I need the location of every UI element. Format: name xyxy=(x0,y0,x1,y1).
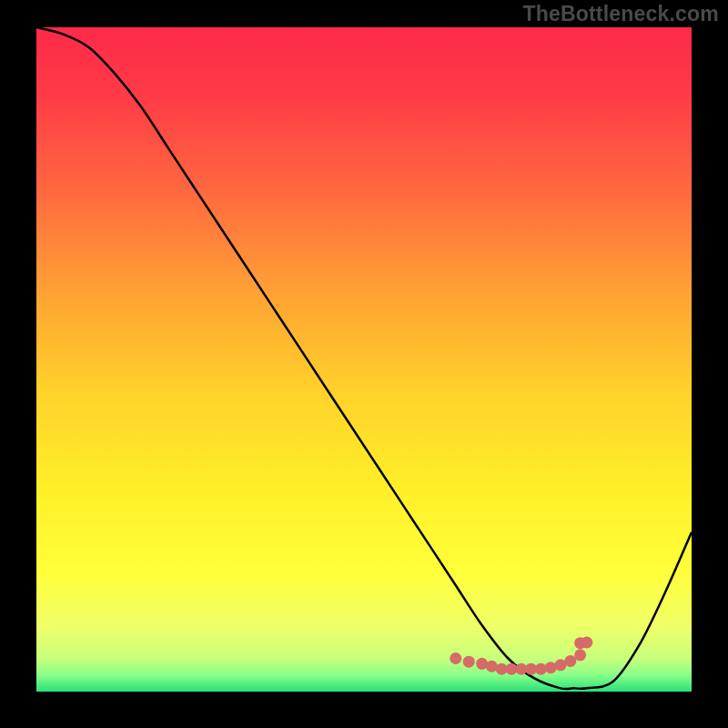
plot-area xyxy=(36,27,692,692)
highlight-dot xyxy=(463,656,475,668)
highlight-dot xyxy=(574,649,586,661)
highlight-dot xyxy=(581,636,592,648)
highlight-dot xyxy=(564,655,576,667)
watermark-text: TheBottleneck.com xyxy=(522,2,719,26)
highlight-dot xyxy=(450,652,461,664)
chart-svg xyxy=(36,27,692,692)
gradient-background xyxy=(36,27,692,692)
chart-frame: TheBottleneck.com xyxy=(0,0,728,728)
